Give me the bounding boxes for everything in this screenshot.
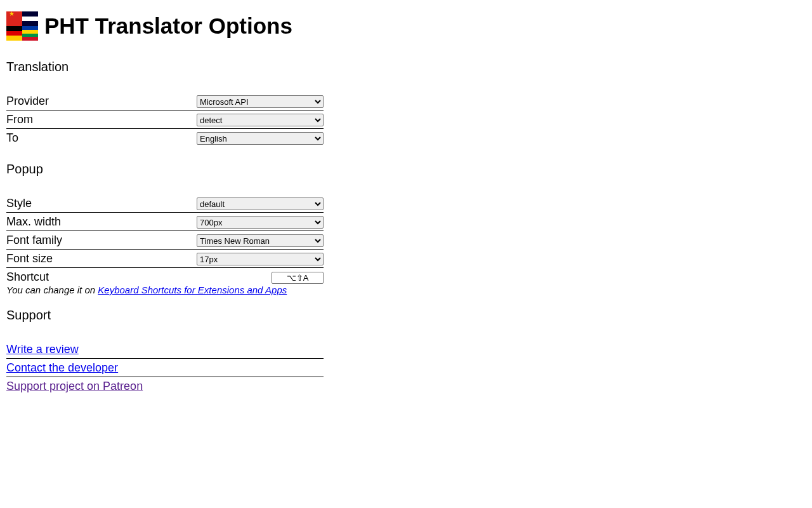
fontfamily-label: Font family bbox=[6, 234, 62, 247]
maxwidth-label: Max. width bbox=[6, 215, 61, 229]
app-logo-icon bbox=[6, 11, 38, 41]
settings-container: Translation Provider Microsoft API From … bbox=[6, 60, 324, 395]
patreon-link[interactable]: Support project on Patreon bbox=[6, 380, 143, 393]
section-popup-title: Popup bbox=[6, 162, 324, 177]
row-style: Style default bbox=[6, 194, 324, 213]
shortcut-input[interactable] bbox=[272, 272, 324, 284]
shortcut-hint-prefix: You can change it on bbox=[6, 284, 98, 295]
to-select[interactable]: English bbox=[197, 132, 324, 145]
section-translation-title: Translation bbox=[6, 60, 324, 74]
page-title: PHT Translator Options bbox=[44, 13, 292, 39]
to-label: To bbox=[6, 131, 18, 145]
row-shortcut: Shortcut bbox=[6, 268, 324, 286]
fontsize-select[interactable]: 17px bbox=[197, 253, 324, 265]
row-from: From detect bbox=[6, 110, 324, 129]
row-patreon: Support project on Patreon bbox=[6, 377, 324, 395]
row-contact: Contact the developer bbox=[6, 359, 324, 377]
row-provider: Provider Microsoft API bbox=[6, 92, 324, 110]
style-select[interactable]: default bbox=[197, 197, 324, 210]
from-label: From bbox=[6, 113, 33, 126]
shortcut-hint: You can change it on Keyboard Shortcuts … bbox=[6, 284, 324, 295]
style-label: Style bbox=[6, 197, 32, 210]
provider-label: Provider bbox=[6, 95, 49, 108]
contact-developer-link[interactable]: Contact the developer bbox=[6, 361, 118, 375]
from-select[interactable]: detect bbox=[197, 114, 324, 126]
row-maxwidth: Max. width 700px bbox=[6, 213, 324, 231]
row-review: Write a review bbox=[6, 340, 324, 359]
page-header: PHT Translator Options bbox=[6, 11, 806, 41]
provider-select[interactable]: Microsoft API bbox=[197, 95, 324, 108]
fontsize-label: Font size bbox=[6, 252, 53, 265]
row-fontfamily: Font family Times New Roman bbox=[6, 231, 324, 250]
row-fontsize: Font size 17px bbox=[6, 250, 324, 268]
fontfamily-select[interactable]: Times New Roman bbox=[197, 234, 324, 247]
maxwidth-select[interactable]: 700px bbox=[197, 216, 324, 229]
shortcut-label: Shortcut bbox=[6, 271, 49, 284]
section-support-title: Support bbox=[6, 308, 324, 323]
row-to: To English bbox=[6, 129, 324, 147]
write-review-link[interactable]: Write a review bbox=[6, 343, 79, 356]
shortcut-hint-link[interactable]: Keyboard Shortcuts for Extensions and Ap… bbox=[98, 284, 287, 295]
